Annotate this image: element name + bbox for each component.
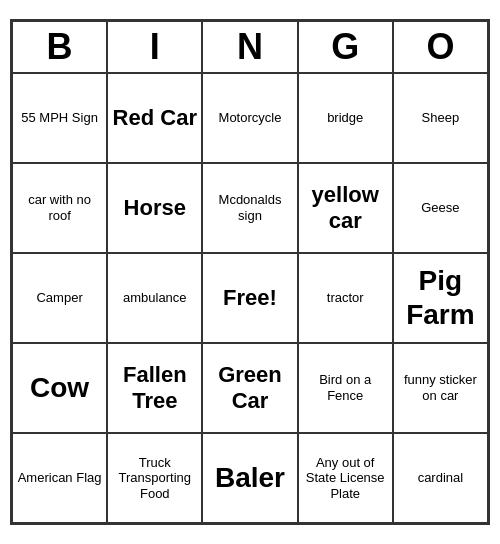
bingo-cell-24[interactable]: cardinal [393, 433, 488, 523]
bingo-cell-11[interactable]: ambulance [107, 253, 202, 343]
bingo-cell-0[interactable]: 55 MPH Sign [12, 73, 107, 163]
bingo-cell-22[interactable]: Baler [202, 433, 297, 523]
header-letter-b: B [12, 21, 107, 73]
bingo-cell-7[interactable]: Mcdonalds sign [202, 163, 297, 253]
bingo-cell-2[interactable]: Motorcycle [202, 73, 297, 163]
header-letter-n: N [202, 21, 297, 73]
bingo-cell-9[interactable]: Geese [393, 163, 488, 253]
bingo-card: BINGO 55 MPH SignRed CarMotorcyclebridge… [10, 19, 490, 525]
bingo-cell-19[interactable]: funny sticker on car [393, 343, 488, 433]
bingo-header: BINGO [12, 21, 488, 73]
bingo-cell-15[interactable]: Cow [12, 343, 107, 433]
header-letter-i: I [107, 21, 202, 73]
bingo-cell-8[interactable]: yellow car [298, 163, 393, 253]
bingo-cell-3[interactable]: bridge [298, 73, 393, 163]
bingo-cell-12[interactable]: Free! [202, 253, 297, 343]
bingo-cell-16[interactable]: Fallen Tree [107, 343, 202, 433]
bingo-cell-17[interactable]: Green Car [202, 343, 297, 433]
bingo-cell-14[interactable]: Pig Farm [393, 253, 488, 343]
bingo-cell-18[interactable]: Bird on a Fence [298, 343, 393, 433]
header-letter-o: O [393, 21, 488, 73]
bingo-cell-5[interactable]: car with no roof [12, 163, 107, 253]
bingo-grid: 55 MPH SignRed CarMotorcyclebridgeSheepc… [12, 73, 488, 523]
bingo-cell-21[interactable]: Truck Transporting Food [107, 433, 202, 523]
header-letter-g: G [298, 21, 393, 73]
bingo-cell-1[interactable]: Red Car [107, 73, 202, 163]
bingo-cell-10[interactable]: Camper [12, 253, 107, 343]
bingo-cell-13[interactable]: tractor [298, 253, 393, 343]
bingo-cell-23[interactable]: Any out of State License Plate [298, 433, 393, 523]
bingo-cell-4[interactable]: Sheep [393, 73, 488, 163]
bingo-cell-20[interactable]: American Flag [12, 433, 107, 523]
bingo-cell-6[interactable]: Horse [107, 163, 202, 253]
